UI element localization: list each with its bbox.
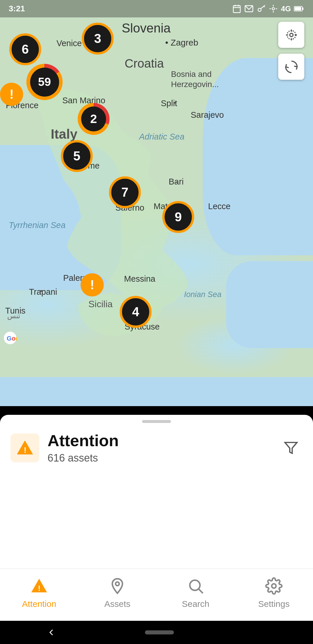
attention-icon: ! [16, 439, 34, 457]
refresh-icon [285, 60, 298, 73]
battery-icon [294, 4, 304, 13]
panel-handle [142, 420, 171, 423]
cluster-59-count: 59 [38, 75, 51, 88]
panel-title-area: ! Attention 616 assets [10, 432, 119, 464]
locate-button[interactable] [278, 22, 304, 48]
svg-point-24 [272, 584, 276, 588]
cluster-3[interactable]: 3 [82, 23, 114, 55]
adriatic-sea-area [203, 58, 313, 255]
cluster-6-count: 6 [22, 42, 29, 57]
nav-assets[interactable]: Assets [94, 576, 141, 609]
search-nav-icon [185, 576, 206, 596]
locate-icon [285, 28, 298, 41]
svg-line-23 [199, 589, 203, 593]
panel-title: Attention [48, 432, 119, 450]
svg-rect-11 [295, 7, 301, 10]
svg-rect-10 [302, 8, 303, 10]
nav-attention[interactable]: ! Attention [16, 576, 62, 609]
cluster-4[interactable]: 4 [120, 296, 152, 328]
ionian-sea-area [226, 261, 313, 348]
filter-icon [284, 441, 298, 455]
location-pin-icon [109, 577, 126, 595]
cluster-59[interactable]: 59 [26, 64, 63, 100]
cluster-5[interactable]: 5 [61, 140, 93, 172]
filter-button[interactable] [279, 436, 303, 460]
refresh-button[interactable] [278, 54, 304, 80]
status-time: 3:21 [9, 4, 25, 13]
panel-title-group: Attention 616 assets [48, 432, 119, 464]
cluster-2[interactable]: 2 [78, 103, 110, 135]
cluster-7[interactable]: 7 [109, 176, 141, 208]
cluster-9[interactable]: 9 [162, 201, 194, 233]
cluster-7-count: 7 [121, 185, 128, 200]
cluster-4-count: 4 [132, 305, 139, 319]
nav-search[interactable]: Search [172, 576, 219, 609]
svg-marker-18 [285, 442, 297, 453]
recents-button[interactable] [259, 627, 270, 638]
assets-nav-icon [107, 576, 128, 596]
tyrrhenian-sea-area [0, 145, 122, 290]
home-indicator[interactable] [145, 630, 174, 634]
search-nav-label: Search [182, 599, 209, 609]
google-logo: Google [3, 331, 17, 345]
cluster-3-count: 3 [94, 31, 101, 46]
cluster-9-count: 9 [175, 210, 182, 224]
svg-point-13 [287, 30, 296, 39]
warning-icon: ! [30, 577, 48, 595]
settings-icon [265, 577, 283, 595]
settings-nav-icon [264, 576, 284, 596]
cluster-5-count: 5 [73, 149, 80, 163]
calendar-icon [232, 4, 241, 13]
svg-point-8 [272, 8, 274, 10]
svg-point-22 [190, 580, 200, 590]
svg-text:!: ! [38, 584, 41, 593]
warning-2-icon: ! [90, 278, 94, 292]
panel-content: ! Attention 616 assets [0, 423, 313, 464]
gps-icon [269, 4, 278, 13]
back-icon [46, 627, 57, 638]
svg-point-5 [258, 8, 261, 12]
svg-line-7 [264, 6, 265, 7]
warning-marker-1[interactable]: ! [0, 83, 23, 106]
bottom-panel: ! Attention 616 assets [0, 415, 313, 569]
assets-nav-label: Assets [104, 599, 130, 609]
warning-1-icon: ! [10, 87, 14, 102]
system-nav-bar [0, 621, 313, 644]
google-g-icon: Google [3, 331, 17, 345]
svg-text:!: ! [24, 446, 26, 455]
svg-point-21 [116, 582, 119, 586]
mail-icon [244, 4, 254, 13]
status-bar: 3:21 4G [0, 0, 313, 17]
attention-nav-icon: ! [29, 576, 49, 596]
panel-subtitle: 616 assets [48, 452, 119, 464]
svg-point-12 [290, 33, 293, 36]
warning-marker-2[interactable]: ! [81, 273, 104, 296]
panel-icon-wrap: ! [10, 433, 39, 462]
network-icon: 4G [281, 4, 291, 13]
status-icons: 4G [232, 4, 304, 13]
cluster-6[interactable]: 6 [9, 33, 41, 65]
search-icon [187, 577, 204, 595]
svg-text:Google: Google [7, 335, 17, 342]
back-button[interactable] [43, 627, 60, 638]
cluster-2-count: 2 [90, 112, 97, 126]
settings-nav-label: Settings [258, 599, 290, 609]
key-icon [256, 4, 266, 13]
map-container[interactable]: Slovenia • Zagreb Croatia Bosnia and Her… [0, 0, 313, 406]
time-display: 3:21 [9, 4, 25, 13]
attention-nav-label: Attention [22, 599, 56, 609]
bottom-sea-area [0, 377, 313, 406]
panel-header: ! Attention 616 assets [10, 432, 303, 464]
svg-rect-0 [233, 6, 240, 12]
nav-settings[interactable]: Settings [251, 576, 297, 609]
